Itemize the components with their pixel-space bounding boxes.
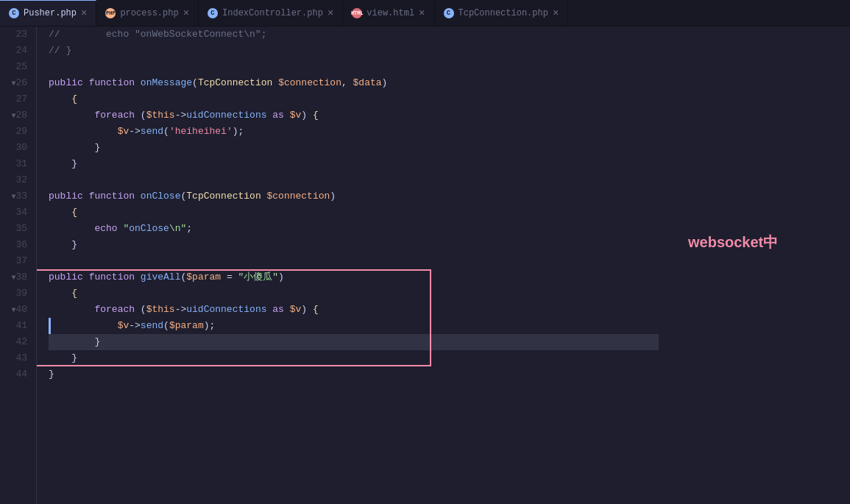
code-line-36: } [49,237,659,253]
line-number-34: 34 [6,205,27,221]
line-number-24: 24 [6,43,27,59]
code-line-43: } [49,350,659,366]
code-line-23: // echo "onWebSocketConnect\n"; [49,26,659,43]
line-number-25: 25 [6,59,27,75]
code-line-34: { [49,205,659,221]
editor-container: 232425▼2627▼2829303132▼3334353637▼3839▼4… [0,26,850,504]
tab-icon-process: PHP [105,8,116,18]
tab-label-view: view.html [366,8,414,18]
tab-icon-tcp: C [444,8,454,18]
line-number-31: 31 [6,156,27,172]
line-number-29: 29 [6,124,27,140]
code-area: // echo "onWebSocketConnect\n";// } publ… [37,26,659,504]
tab-pusher[interactable]: CPusher.php× [0,0,96,26]
line-number-40: ▼40 [6,302,27,318]
tab-process[interactable]: PHPprocess.php× [96,0,199,26]
code-line-30: } [49,140,659,156]
line-number-30: 30 [6,140,27,156]
line-number-gutter: 232425▼2627▼2829303132▼3334353637▼3839▼4… [0,26,37,504]
line-number-26: ▼26 [6,75,27,91]
code-line-37 [49,253,659,269]
tab-view[interactable]: HTMLview.html× [343,0,434,26]
tab-close-tcp[interactable]: × [553,8,559,18]
code-line-31: } [49,156,659,172]
line-number-33: ▼33 [6,188,27,205]
line-number-41: 41 [6,318,27,334]
line-number-32: 32 [6,172,27,188]
code-line-27: { [49,91,659,107]
tab-label-process: process.php [120,8,178,18]
code-line-25 [49,59,659,75]
code-line-38: public function giveAll($param = "小傻瓜") [49,269,659,285]
tab-icon-index: C [208,8,218,18]
code-line-35: echo "onClose\n"; [49,221,659,237]
tab-tcp[interactable]: CTcpConnection.php× [435,0,569,26]
code-line-26: public function onMessage(TcpConnection … [49,75,659,91]
line-number-44: 44 [6,366,27,383]
cursor-indicator [49,318,51,334]
tab-close-process[interactable]: × [183,8,189,18]
code-line-41: $v->send($param); [49,318,659,334]
code-line-32 [49,172,659,188]
annotation-area: websocket中 [659,26,850,504]
tab-icon-view: HTML [352,8,362,18]
line-number-42: 42 [6,334,27,350]
code-line-39: { [49,285,659,302]
tab-label-index: IndexController.php [222,8,323,18]
line-number-38: ▼38 [6,269,27,285]
line-number-23: 23 [6,26,27,43]
line-number-27: 27 [6,91,27,107]
tab-close-index[interactable]: × [327,8,333,18]
tab-bar: CPusher.php×PHPprocess.php×CIndexControl… [0,0,850,26]
code-line-40: foreach ($this->uidConnections as $v) { [49,302,659,318]
tab-icon-pusher: C [9,8,19,18]
line-number-43: 43 [6,350,27,366]
tab-index[interactable]: CIndexController.php× [199,0,343,26]
code-line-28: foreach ($this->uidConnections as $v) { [49,107,659,124]
code-line-29: $v->send('heiheihei'); [49,124,659,140]
code-line-44: } [49,366,659,383]
annotation-text: websocket中 [688,233,778,252]
tab-label-tcp: TcpConnection.php [458,8,548,18]
code-line-33: public function onClose(TcpConnection $c… [49,188,659,205]
line-number-39: 39 [6,285,27,302]
line-number-37: 37 [6,253,27,269]
line-number-28: ▼28 [6,107,27,124]
code-line-24: // } [49,43,659,59]
code-line-42: } [49,334,659,350]
line-number-35: 35 [6,221,27,237]
tab-label-pusher: Pusher.php [24,8,77,18]
tab-close-pusher[interactable]: × [81,8,87,18]
tab-close-view[interactable]: × [419,8,425,18]
line-number-36: 36 [6,237,27,253]
